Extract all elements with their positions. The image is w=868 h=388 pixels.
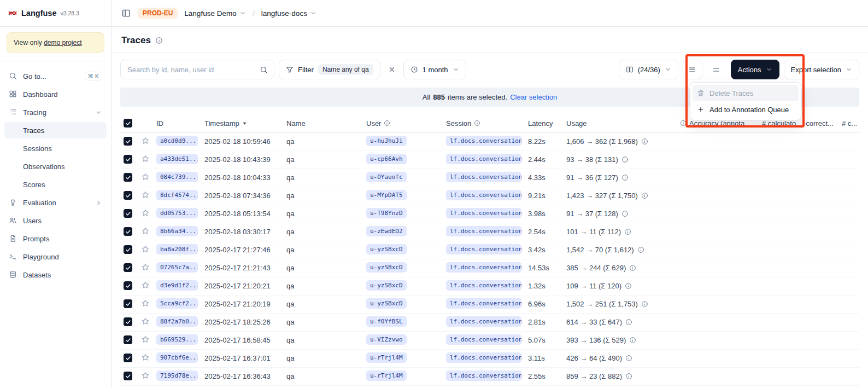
row-checkbox[interactable]: [124, 372, 132, 380]
sidebar-item-evaluation[interactable]: Evaluation: [4, 194, 107, 211]
table-row[interactable]: 8b66a34...2025-02-18 03:30:17qau-zEwdED2…: [120, 223, 859, 241]
trace-id-chip[interactable]: 7195d78e...: [156, 370, 198, 381]
session-chip[interactable]: lf.docs.conversation...: [446, 172, 521, 182]
row-height-large-button[interactable]: [707, 60, 726, 79]
star-icon[interactable]: [141, 263, 150, 271]
user-chip[interactable]: u-yzSBxcD: [366, 280, 407, 291]
row-checkbox[interactable]: [124, 173, 132, 182]
sidebar-item-observations[interactable]: Observations: [4, 158, 107, 175]
col-session[interactable]: Session: [443, 114, 525, 132]
row-checkbox[interactable]: [124, 137, 132, 146]
table-row[interactable]: dd05753...2025-02-18 05:13:54qau-T98YnzD…: [120, 205, 859, 223]
filter-button[interactable]: Filter Name any of qa: [279, 60, 380, 79]
menu-item-add-to-annotation-queue[interactable]: Add to Annotation Queue: [693, 101, 799, 118]
trace-id-chip[interactable]: 5cca9cf2...: [156, 298, 198, 309]
col-score-c[interactable]: # c...: [838, 114, 859, 132]
user-chip[interactable]: u-yzSBxcD: [366, 262, 407, 273]
trace-id-chip[interactable]: b669529...: [156, 334, 198, 345]
session-chip[interactable]: lf.docs.conversation...: [446, 334, 521, 345]
col-name[interactable]: Name: [283, 114, 363, 132]
row-checkbox[interactable]: [124, 191, 132, 200]
session-chip[interactable]: lf.docs.conversation...: [446, 136, 521, 146]
sidebar-item-traces[interactable]: Traces: [4, 122, 107, 138]
row-checkbox[interactable]: [124, 155, 132, 164]
sidebar-item-tracing[interactable]: Tracing: [4, 104, 107, 120]
row-height-small-button[interactable]: [683, 60, 702, 79]
row-checkbox[interactable]: [124, 245, 132, 254]
project-selector[interactable]: langfuse-docs: [261, 9, 316, 18]
session-chip[interactable]: lf.docs.conversation...: [446, 190, 521, 200]
trace-id-chip[interactable]: a0cd0d9...: [156, 136, 198, 146]
trace-id-chip[interactable]: 07265c7a...: [156, 262, 198, 273]
table-row[interactable]: 084c739...2025-02-18 10:04:33qau-OYauofc…: [120, 169, 859, 187]
star-icon[interactable]: [141, 227, 150, 235]
trace-id-chip[interactable]: d3e9d1f2...: [156, 280, 198, 291]
user-chip[interactable]: u-rTrjl4M: [366, 370, 407, 381]
star-icon[interactable]: [141, 245, 150, 253]
table-row[interactable]: 07265c7a...2025-02-17 21:21:43qau-yzSBxc…: [120, 259, 859, 277]
sidebar-item-datasets[interactable]: Datasets: [4, 267, 107, 283]
session-chip[interactable]: lf.docs.conversation...: [446, 370, 521, 381]
table-row[interactable]: 907cbf6e...2025-02-17 16:37:01qau-rTrjl4…: [120, 349, 859, 367]
trace-id-chip[interactable]: 8dcf4574...: [156, 190, 198, 200]
star-icon[interactable]: [141, 172, 150, 181]
row-checkbox[interactable]: [124, 281, 132, 290]
table-row[interactable]: ba8a208f...2025-02-17 21:27:46qau-yzSBxc…: [120, 241, 859, 259]
sidebar-item-dashboard[interactable]: Dashboard: [4, 86, 107, 102]
star-icon[interactable]: [141, 317, 150, 326]
clear-filter-button[interactable]: [385, 60, 399, 79]
sidebar-item-sessions[interactable]: Sessions: [4, 140, 107, 157]
star-icon[interactable]: [141, 281, 150, 289]
row-checkbox[interactable]: [124, 299, 132, 308]
session-chip[interactable]: lf.docs.conversation...: [446, 298, 521, 309]
user-chip[interactable]: u-cp66Avh: [366, 154, 407, 164]
sidebar-item-users[interactable]: Users: [4, 212, 107, 229]
col-id[interactable]: ID: [153, 114, 201, 132]
select-all-checkbox[interactable]: [124, 119, 132, 128]
org-selector[interactable]: Langfuse Demo: [184, 9, 245, 18]
session-chip[interactable]: lf.docs.conversation...: [446, 208, 521, 218]
trace-id-chip[interactable]: ba8a208f...: [156, 244, 198, 254]
session-chip[interactable]: lf.docs.conversation...: [446, 244, 521, 254]
sidebar-item-prompts[interactable]: Prompts: [4, 230, 107, 247]
sidebar-item-playground[interactable]: Playground: [4, 248, 107, 265]
star-icon[interactable]: [141, 154, 150, 163]
table-row[interactable]: b669529...2025-02-17 16:58:45qau-VIZzvwo…: [120, 331, 859, 349]
col-latency[interactable]: Latency: [525, 114, 563, 132]
user-chip[interactable]: u-T98YnzD: [366, 208, 407, 218]
goto-search[interactable]: Go to... ⌘ K: [4, 68, 107, 84]
columns-button[interactable]: (24/36): [619, 60, 678, 79]
user-chip[interactable]: u-rTrjl4M: [366, 352, 407, 363]
session-chip[interactable]: lf.docs.conversation...: [446, 280, 521, 291]
user-chip[interactable]: u-OYauofc: [366, 172, 407, 182]
actions-button[interactable]: Actions: [731, 60, 779, 79]
session-chip[interactable]: lf.docs.conversation...: [446, 262, 521, 273]
star-icon[interactable]: [141, 353, 150, 362]
col-usage[interactable]: Usage: [563, 114, 677, 132]
star-icon[interactable]: [141, 136, 150, 145]
clear-selection-link[interactable]: Clear selection: [510, 93, 557, 101]
session-chip[interactable]: lf.docs.conversation...: [446, 154, 521, 164]
row-checkbox[interactable]: [124, 263, 132, 272]
search-input[interactable]: [127, 66, 255, 74]
table-row[interactable]: 5cca9cf2...2025-02-17 21:20:19qau-yzSBxc…: [120, 295, 859, 313]
sidebar-toggle-icon[interactable]: [121, 8, 131, 18]
search-icon[interactable]: [255, 61, 272, 78]
session-chip[interactable]: lf.docs.conversation...: [446, 316, 521, 327]
table-row[interactable]: d3e9d1f2...2025-02-17 21:20:21qau-yzSBxc…: [120, 277, 859, 295]
user-chip[interactable]: u-zEwdED2: [366, 226, 407, 236]
trace-id-chip[interactable]: 8b66a34...: [156, 226, 198, 236]
row-checkbox[interactable]: [124, 354, 132, 362]
user-chip[interactable]: u-f0YfBSL: [366, 316, 407, 327]
session-chip[interactable]: lf.docs.conversation...: [446, 226, 521, 236]
user-chip[interactable]: u-MYpDAT5: [366, 190, 407, 200]
export-selection-button[interactable]: Export selection: [784, 60, 860, 79]
table-row[interactable]: 8dcf4574...2025-02-18 07:34:36qau-MYpDAT…: [120, 187, 859, 205]
trace-id-chip[interactable]: 907cbf6e...: [156, 352, 198, 363]
row-checkbox[interactable]: [124, 335, 132, 344]
demo-project-link[interactable]: demo project: [44, 39, 81, 47]
sidebar-item-scores[interactable]: Scores: [4, 176, 107, 193]
session-chip[interactable]: lf.docs.conversation...: [446, 352, 521, 363]
user-chip[interactable]: u-huJhuJi: [366, 136, 407, 146]
table-row[interactable]: a0cd0d9...2025-02-18 10:59:46qau-huJhuJi…: [120, 132, 859, 150]
